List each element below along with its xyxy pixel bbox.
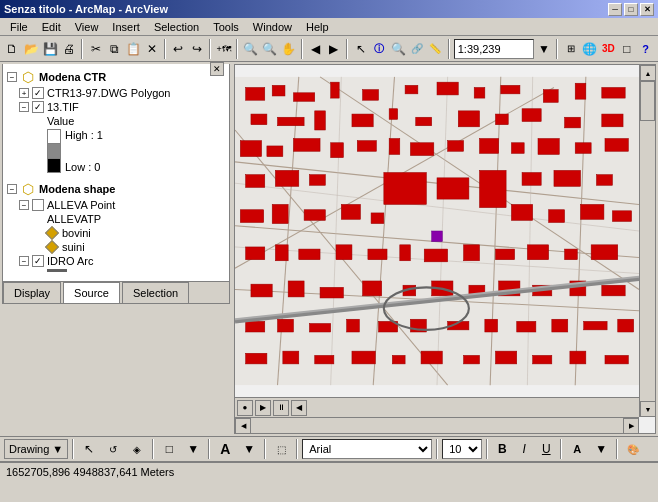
scroll-thumb-v[interactable] — [640, 81, 655, 121]
svg-rect-21 — [405, 85, 418, 94]
svg-rect-73 — [299, 249, 320, 260]
layout-button[interactable]: □ — [619, 38, 636, 60]
font-color-button[interactable]: A — [566, 438, 588, 460]
copy-button[interactable]: ⧉ — [106, 38, 123, 60]
scroll-right-button[interactable]: ▶ — [623, 418, 639, 434]
pan-button[interactable]: ✋ — [280, 38, 297, 60]
font-color-dropdown[interactable]: ▼ — [590, 438, 612, 460]
open-button[interactable]: 📂 — [23, 38, 40, 60]
play-button[interactable]: ▶ — [255, 400, 271, 416]
checkbox-ctr-polygon[interactable] — [32, 87, 44, 99]
svg-rect-110 — [392, 355, 405, 364]
scroll-up-button[interactable]: ▲ — [640, 65, 656, 81]
svg-rect-43 — [357, 141, 376, 152]
scroll-track-h[interactable] — [251, 418, 623, 433]
text-tool[interactable]: A — [214, 438, 236, 460]
globe-nav-icon[interactable]: ● — [237, 400, 253, 416]
tab-selection[interactable]: Selection — [122, 282, 189, 303]
dataframe-icon-shape: ⬡ — [20, 181, 36, 197]
select-elements-button[interactable]: ↖ — [78, 438, 100, 460]
bold-button[interactable]: B — [492, 439, 512, 459]
map-scrollbar-horizontal[interactable]: ◀ ▶ — [235, 417, 639, 433]
menu-help[interactable]: Help — [300, 20, 335, 34]
menu-selection[interactable]: Selection — [148, 20, 205, 34]
cut-button[interactable]: ✂ — [87, 38, 104, 60]
menu-view[interactable]: View — [69, 20, 105, 34]
prev-button[interactable]: ◀ — [291, 400, 307, 416]
globe-button[interactable]: 🌐 — [581, 38, 598, 60]
svg-rect-58 — [522, 173, 541, 186]
expand-icon-ctr[interactable]: − — [7, 72, 17, 82]
add-data-button[interactable]: +🗺 — [215, 38, 232, 60]
close-button[interactable]: ✕ — [640, 3, 654, 16]
undo-button[interactable]: ↩ — [170, 38, 187, 60]
toc-row-modena-ctr[interactable]: − ⬡ Modena CTR — [5, 68, 227, 86]
callout-button[interactable]: ⬚ — [270, 438, 292, 460]
toc-row-alleva[interactable]: − ALLEVA Point — [5, 198, 227, 212]
toc-row-suini[interactable]: suini — [5, 240, 227, 254]
maximize-button[interactable]: □ — [624, 3, 638, 16]
zoom-dropdown[interactable]: ▼ — [536, 38, 553, 60]
menu-tools[interactable]: Tools — [207, 20, 245, 34]
font-size-select[interactable]: 10 — [442, 439, 482, 459]
scroll-track-v[interactable] — [640, 81, 655, 401]
italic-button[interactable]: I — [514, 439, 534, 459]
fill-button[interactable]: 🎨 — [622, 438, 644, 460]
expand-icon-shape[interactable]: − — [7, 184, 17, 194]
full-extent-button[interactable]: ⊞ — [562, 38, 579, 60]
new-button[interactable]: 🗋 — [4, 38, 21, 60]
checkbox-tif[interactable] — [32, 101, 44, 113]
back-button[interactable]: ◀ — [307, 38, 324, 60]
toc-close-button[interactable]: ✕ — [210, 62, 224, 76]
font-select[interactable]: Arial — [302, 439, 432, 459]
menu-edit[interactable]: Edit — [36, 20, 67, 34]
identify-button[interactable]: ⓘ — [371, 38, 388, 60]
minimize-button[interactable]: ─ — [608, 3, 622, 16]
text-dropdown[interactable]: ▼ — [238, 438, 260, 460]
checkbox-idro[interactable] — [32, 255, 44, 267]
toc-row-idro[interactable]: − IDRO Arc — [5, 254, 227, 268]
select-button[interactable]: ↖ — [352, 38, 369, 60]
hyperlink-button[interactable]: 🔗 — [409, 38, 426, 60]
scroll-down-button[interactable]: ▼ — [640, 401, 656, 417]
redo-button[interactable]: ↪ — [189, 38, 206, 60]
zoom-in-button[interactable]: 🔍 — [242, 38, 259, 60]
map-scrollbar-vertical[interactable]: ▲ ▼ — [639, 65, 655, 417]
toc-row-tif[interactable]: − 13.TIF — [5, 100, 227, 114]
svg-rect-59 — [554, 170, 581, 186]
tab-display[interactable]: Display — [3, 282, 61, 303]
rect-tool[interactable]: □ — [158, 438, 180, 460]
forward-button[interactable]: ▶ — [326, 38, 343, 60]
expand-icon-alleva[interactable]: − — [19, 200, 29, 210]
toc-row-ctr-polygon[interactable]: + CTR13-97.DWG Polygon — [5, 86, 227, 100]
tab-source[interactable]: Source — [63, 282, 120, 304]
expand-icon-tif[interactable]: − — [19, 102, 29, 112]
underline-button[interactable]: U — [536, 439, 556, 459]
drawing-dropdown[interactable]: Drawing ▼ — [4, 439, 68, 459]
dropdown-shapes[interactable]: ▼ — [182, 438, 204, 460]
paste-button[interactable]: 📋 — [125, 38, 142, 60]
rotate-button[interactable]: ↺ — [102, 438, 124, 460]
3d-button[interactable]: 3D — [600, 38, 617, 60]
save-button[interactable]: 💾 — [42, 38, 59, 60]
vertex-button[interactable]: ◈ — [126, 438, 148, 460]
delete-button[interactable]: ✕ — [144, 38, 161, 60]
menu-file[interactable]: File — [4, 20, 34, 34]
map-area[interactable]: ● ▶ ⏸ ◀ ▲ ▼ ◀ ▶ — [234, 64, 656, 434]
expand-icon-ctr-polygon[interactable]: + — [19, 88, 29, 98]
help-button[interactable]: ? — [637, 38, 654, 60]
find-button[interactable]: 🔍 — [390, 38, 407, 60]
measure-button[interactable]: 📏 — [427, 38, 444, 60]
menu-insert[interactable]: Insert — [106, 20, 146, 34]
toc-row-bovini[interactable]: bovini — [5, 226, 227, 240]
zoom-out-button[interactable]: 🔍 — [261, 38, 278, 60]
scroll-left-button[interactable]: ◀ — [235, 418, 251, 434]
print-button[interactable]: 🖨 — [61, 38, 78, 60]
zoom-input[interactable] — [454, 39, 534, 59]
checkbox-alleva[interactable] — [32, 199, 44, 211]
toc-row-modena-shape[interactable]: − ⬡ Modena shape — [5, 180, 227, 198]
menu-window[interactable]: Window — [247, 20, 298, 34]
pause-button[interactable]: ⏸ — [273, 400, 289, 416]
svg-rect-42 — [331, 143, 344, 158]
expand-icon-idro[interactable]: − — [19, 256, 29, 266]
